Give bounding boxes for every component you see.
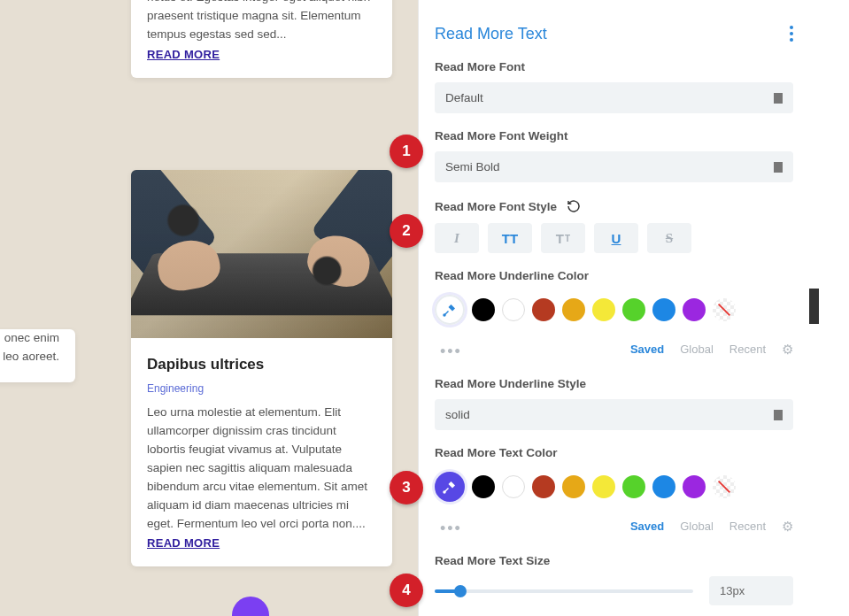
panel-resize-handle[interactable]: [809, 289, 819, 324]
swatch-white[interactable]: [502, 298, 525, 321]
strikethrough-button[interactable]: S: [647, 223, 691, 253]
label-font: Read More Font: [435, 60, 793, 73]
color-picker-button[interactable]: [435, 472, 465, 502]
panel-kebab-menu[interactable]: [790, 23, 793, 44]
svg-point-0: [444, 314, 445, 316]
gear-icon[interactable]: ⚙: [782, 519, 793, 535]
tab-saved[interactable]: Saved: [630, 520, 664, 533]
step-badge-3: 3: [390, 471, 423, 504]
slider-thumb[interactable]: [454, 585, 467, 597]
card-title[interactable]: Dapibus ultrices: [147, 356, 376, 373]
swatch-blue[interactable]: [652, 298, 675, 321]
blog-card-main: Dapibus ultrices Engineering Leo urna mo…: [131, 170, 392, 566]
tab-global[interactable]: Global: [680, 520, 714, 533]
chevron-updown-icon: [776, 411, 783, 420]
swatch-orange[interactable]: [562, 298, 585, 321]
chevron-updown-icon: [776, 163, 783, 172]
card-excerpt: libero justo amet nisl ltricies. onec en…: [0, 329, 59, 366]
swatch-yellow[interactable]: [592, 475, 615, 498]
label-text-size: Read More Text Size: [435, 554, 793, 567]
smallcaps-button[interactable]: TT: [541, 223, 585, 253]
step-badge-4: 4: [390, 574, 423, 607]
reset-icon[interactable]: [566, 198, 582, 214]
field-text-color: Read More Text Color ••• Saved Global Re…: [435, 446, 793, 538]
color-picker-button[interactable]: [435, 295, 465, 325]
svg-point-1: [444, 491, 445, 493]
field-font: Read More Font Default: [435, 60, 793, 113]
more-dots-icon[interactable]: •••: [440, 343, 462, 361]
card-image: [131, 170, 392, 338]
preview-area: s aliqua. cibus nisl. dui id. Sem conseq…: [0, 0, 416, 616]
tab-global[interactable]: Global: [680, 343, 714, 356]
swatch-transparent[interactable]: [713, 298, 736, 321]
swatch-orange[interactable]: [562, 475, 585, 498]
label-text-color: Read More Text Color: [435, 446, 793, 459]
label-underline-color: Read More Underline Color: [435, 269, 793, 282]
gear-icon[interactable]: ⚙: [782, 342, 793, 358]
field-text-size: Read More Text Size 13px: [435, 554, 793, 605]
swatch-yellow[interactable]: [592, 298, 615, 321]
underline-button[interactable]: U: [594, 223, 638, 253]
select-font-weight[interactable]: Semi Bold: [435, 151, 793, 182]
uppercase-button[interactable]: TT: [488, 223, 532, 253]
step-badge-2: 2: [390, 214, 423, 248]
more-dots-icon[interactable]: •••: [440, 520, 462, 538]
select-font[interactable]: Default: [435, 82, 793, 113]
swatch-blue[interactable]: [652, 475, 675, 498]
read-more-link[interactable]: READ MORE: [147, 48, 220, 61]
tab-recent[interactable]: Recent: [729, 520, 766, 533]
step-badge-1: 1: [390, 135, 423, 168]
chevron-updown-icon: [776, 94, 783, 103]
blog-card-top: consequat semper viverra. Feugiat in ant…: [131, 0, 392, 78]
field-underline-color: Read More Underline Color ••• Saved Glob…: [435, 269, 793, 361]
field-font-weight: Read More Font Weight Semi Bold: [435, 129, 793, 182]
card-excerpt: consequat semper viverra. Feugiat in ant…: [147, 0, 376, 44]
select-underline-style[interactable]: solid: [435, 399, 793, 430]
size-slider[interactable]: [435, 589, 693, 593]
tab-recent[interactable]: Recent: [729, 343, 766, 356]
swatch-purple[interactable]: [683, 298, 706, 321]
field-font-style: Read More Font Style I TT TT U S: [435, 198, 793, 253]
label-font-weight: Read More Font Weight: [435, 129, 793, 142]
floating-action-button[interactable]: [232, 597, 269, 616]
label-underline-style: Read More Underline Style: [435, 377, 793, 390]
blog-card-partial-left: libero justo amet nisl ltricies. onec en…: [0, 329, 75, 382]
swatch-black[interactable]: [472, 475, 495, 498]
swatch-green[interactable]: [622, 475, 645, 498]
swatch-transparent[interactable]: [713, 475, 736, 498]
swatch-darkred[interactable]: [532, 298, 555, 321]
label-font-style: Read More Font Style: [435, 200, 557, 213]
size-value-input[interactable]: 13px: [709, 576, 793, 605]
panel-title[interactable]: Read More Text: [435, 25, 547, 43]
swatch-purple[interactable]: [683, 475, 706, 498]
swatch-white[interactable]: [502, 475, 525, 498]
tab-saved[interactable]: Saved: [630, 343, 664, 356]
swatch-darkred[interactable]: [532, 475, 555, 498]
card-excerpt: Leo urna molestie at elementum. Elit ull…: [147, 404, 376, 533]
swatch-green[interactable]: [622, 298, 645, 321]
field-underline-style: Read More Underline Style solid: [435, 377, 793, 430]
card-category[interactable]: Engineering: [147, 382, 376, 395]
settings-panel: Read More Text Read More Font Default Re…: [418, 0, 809, 616]
italic-button[interactable]: I: [435, 223, 479, 253]
swatch-black[interactable]: [472, 298, 495, 321]
read-more-link[interactable]: READ MORE: [147, 536, 220, 550]
